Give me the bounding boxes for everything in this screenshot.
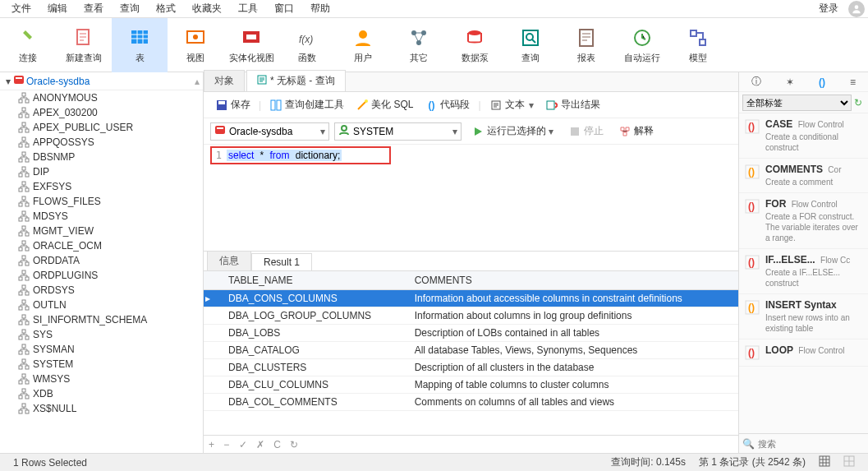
table-row[interactable]: DBA_CLU_COLUMNSMapping of table columns …	[204, 376, 738, 394]
info-icon[interactable]: ⓘ	[751, 75, 761, 89]
menu-查询[interactable]: 查询	[112, 0, 148, 17]
schema-item[interactable]: MDSYS	[3, 209, 203, 224]
schema-item[interactable]: ORDPLUGINS	[3, 268, 203, 283]
menu-格式[interactable]: 格式	[148, 0, 184, 17]
explain-button[interactable]: 解释	[613, 122, 659, 140]
results-grid[interactable]: TABLE_NAME COMMENTS ▸DBA_CONS_COLUMNSInf…	[204, 271, 738, 435]
code-snippet-button[interactable]: ()代码段	[420, 96, 475, 113]
schema-item[interactable]: SYS	[3, 327, 203, 342]
menu-窗口[interactable]: 窗口	[266, 0, 302, 17]
col-table-name[interactable]: TABLE_NAME	[220, 271, 406, 290]
schema-item[interactable]: APEX_PUBLIC_USER	[3, 120, 203, 135]
table-row[interactable]: DBA_CLUSTERSDescription of all clusters …	[204, 359, 738, 376]
svg-rect-69	[22, 330, 25, 333]
menu-帮助[interactable]: 帮助	[302, 0, 338, 17]
grid-mode-icon[interactable]	[812, 455, 837, 469]
tab-result-1[interactable]: Result 1	[251, 253, 312, 270]
menu-查看[interactable]: 查看	[76, 0, 112, 17]
snippet-filter-select[interactable]: 全部标签	[742, 95, 852, 111]
text-button[interactable]: 文本▾	[485, 96, 539, 113]
cell-table-name: DBA_CONS_COLUMNS	[220, 290, 406, 307]
toolbar-plug[interactable]: 连接	[0, 18, 56, 72]
menu-编辑[interactable]: 编辑	[39, 0, 76, 17]
toolbar-mview[interactable]: 实体化视图	[223, 18, 279, 72]
grid-nav-buttons[interactable]: + − ✓ ✗ C ↻	[209, 439, 301, 450]
stop-button[interactable]: 停止	[563, 122, 609, 140]
schema-item[interactable]: ORDDATA	[3, 253, 203, 268]
schema-item[interactable]: XDB	[3, 386, 203, 401]
table-row[interactable]: DBA_LOBSDescription of LOBs contained in…	[204, 325, 738, 342]
table-row[interactable]: DBA_CATALOGAll database Tables, Views, S…	[204, 342, 738, 359]
toolbar-table[interactable]: 表	[112, 18, 168, 72]
schema-item[interactable]: MGMT_VIEW	[3, 224, 203, 238]
svg-rect-60	[22, 285, 25, 289]
form-mode-icon[interactable]	[837, 455, 861, 469]
snippet-item[interactable]: ()CASE Flow ControlCreate a conditional …	[739, 113, 868, 159]
schema-label: XS$NULL	[33, 403, 76, 414]
schema-item[interactable]: ANONYMOUS	[3, 90, 203, 105]
schema-icon	[18, 107, 30, 118]
toolbar-doc[interactable]: 新建查询	[56, 18, 112, 72]
toolbar-report[interactable]: 报表	[558, 18, 614, 72]
schema-item[interactable]: DBSNMP	[3, 150, 203, 164]
schema-item[interactable]: ORACLE_OCM	[3, 238, 203, 253]
tab-objects[interactable]: 对象	[204, 70, 245, 91]
run-selected-button[interactable]: 运行已选择的▾	[466, 122, 558, 140]
snippet-search-input[interactable]	[758, 439, 868, 449]
connection-combo[interactable]: Oracle-sysdba ▾	[210, 122, 329, 141]
snippet-desc: Create a FOR construct. The variable ite…	[765, 211, 863, 243]
refresh-icon[interactable]: ↻	[852, 97, 865, 109]
schema-item[interactable]: APPQOSSYS	[3, 135, 203, 150]
schema-item[interactable]: XS$NULL	[3, 401, 203, 416]
schema-icon	[18, 210, 30, 222]
brackets-blue-icon[interactable]: ()	[819, 76, 825, 88]
menu-文件[interactable]: 文件	[3, 0, 39, 17]
snippet-item[interactable]: ()INSERT Syntax Insert new rows into an …	[739, 294, 868, 339]
toolbar-auto[interactable]: 自动运行	[614, 18, 670, 72]
sidebar-connection[interactable]: ▾ Oracle-sysdba ▴	[0, 72, 203, 90]
snippet-item[interactable]: ()LOOP Flow Control	[739, 339, 868, 367]
svg-rect-96	[217, 127, 223, 129]
toolbar-fx[interactable]: f(x)函数	[279, 18, 335, 72]
schema-item[interactable]: EXFSYS	[3, 179, 203, 194]
save-button[interactable]: 保存	[210, 96, 255, 113]
schema-label: DIP	[33, 166, 49, 178]
schema-item[interactable]: ORDSYS	[3, 283, 203, 298]
sql-editor[interactable]: 1 select * from dictionary;	[204, 145, 738, 252]
table-row[interactable]: DBA_LOG_GROUP_COLUMNSInformation about c…	[204, 307, 738, 325]
toolbar-label: 函数	[298, 52, 316, 64]
schema-item[interactable]: DIP	[3, 164, 203, 179]
snippet-item[interactable]: ()COMMENTS CorCreate a comment	[739, 159, 868, 193]
toolbar-model[interactable]: 模型	[670, 18, 726, 72]
snippet-item[interactable]: ()FOR Flow ControlCreate a FOR construct…	[739, 193, 868, 249]
col-comments[interactable]: COMMENTS	[406, 271, 738, 290]
menu-收藏夹[interactable]: 收藏夹	[184, 0, 230, 17]
table-row[interactable]: DBA_COL_COMMENTSComments on columns of a…	[204, 394, 738, 411]
schema-item[interactable]: SI_INFORMTN_SCHEMA	[3, 312, 203, 327]
toolbar-pump[interactable]: 数据泵	[447, 18, 503, 72]
query-builder-button[interactable]: 查询创建工具	[264, 96, 349, 113]
more-icon[interactable]: ≡	[850, 76, 856, 88]
schema-item[interactable]: FLOWS_FILES	[3, 194, 203, 209]
schema-combo[interactable]: SYSTEM ▾	[334, 122, 462, 141]
snippet-item[interactable]: ()IF...ELSE... Flow CcCreate a IF...ELSE…	[739, 249, 868, 294]
schema-label: ORDSYS	[33, 284, 75, 296]
tab-query[interactable]: * 无标题 - 查询	[246, 70, 346, 91]
export-results-button[interactable]: 导出结果	[540, 96, 605, 113]
toolbar-query[interactable]: 查询	[503, 18, 558, 72]
schema-item[interactable]: SYSTEM	[3, 357, 203, 372]
beautify-sql-button[interactable]: 美化 SQL	[351, 96, 418, 113]
avatar[interactable]	[848, 1, 865, 17]
table-row[interactable]: ▸DBA_CONS_COLUMNSInformation about acces…	[204, 290, 738, 307]
menu-工具[interactable]: 工具	[230, 0, 266, 17]
schema-item[interactable]: APEX_030200	[3, 105, 203, 120]
tab-info[interactable]: 信息	[207, 251, 251, 270]
star-icon[interactable]: ✶	[786, 76, 794, 88]
schema-item[interactable]: OUTLN	[3, 298, 203, 312]
toolbar-misc[interactable]: 其它	[391, 18, 447, 72]
login-link[interactable]: 登录	[812, 0, 845, 17]
toolbar-view[interactable]: 视图	[168, 18, 223, 72]
schema-item[interactable]: SYSMAN	[3, 342, 203, 357]
toolbar-user[interactable]: 用户	[335, 18, 391, 72]
schema-item[interactable]: WMSYS	[3, 372, 203, 386]
